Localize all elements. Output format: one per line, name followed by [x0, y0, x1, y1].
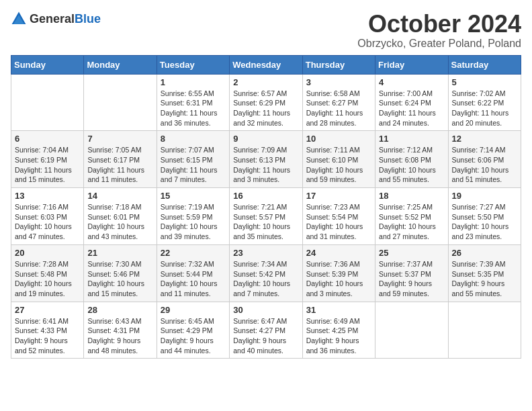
calendar-day-cell: 8Sunrise: 7:07 AMSunset: 6:15 PMDaylight… [157, 131, 229, 188]
day-info: Sunrise: 7:05 AMSunset: 6:17 PMDaylight:… [87, 145, 152, 185]
calendar-header-cell: Saturday [448, 55, 521, 74]
calendar-day-cell: 27Sunrise: 6:41 AMSunset: 4:33 PMDayligh… [11, 302, 84, 359]
calendar-day-cell: 17Sunrise: 7:23 AMSunset: 5:54 PMDayligh… [302, 188, 375, 245]
calendar-day-cell [375, 302, 448, 359]
day-info: Sunrise: 6:47 AMSunset: 4:27 PMDaylight:… [233, 316, 298, 356]
logo-general: General [30, 12, 75, 26]
calendar-day-cell: 25Sunrise: 7:37 AMSunset: 5:37 PMDayligh… [375, 244, 448, 302]
day-info: Sunrise: 6:55 AMSunset: 6:31 PMDaylight:… [161, 89, 226, 128]
calendar-header-cell: Tuesday [157, 55, 229, 74]
calendar-day-cell: 4Sunrise: 7:00 AMSunset: 6:24 PMDaylight… [375, 74, 448, 131]
calendar-day-cell: 28Sunrise: 6:43 AMSunset: 4:31 PMDayligh… [84, 302, 157, 359]
calendar-header-cell: Friday [375, 55, 448, 74]
day-number: 14 [87, 191, 152, 201]
calendar-day-cell: 7Sunrise: 7:05 AMSunset: 6:17 PMDaylight… [84, 131, 157, 188]
calendar-week-row: 1Sunrise: 6:55 AMSunset: 6:31 PMDaylight… [11, 74, 521, 131]
day-info: Sunrise: 6:58 AMSunset: 6:27 PMDaylight:… [306, 89, 371, 128]
day-number: 4 [379, 77, 444, 87]
calendar-day-cell: 10Sunrise: 7:11 AMSunset: 6:10 PMDayligh… [302, 131, 375, 188]
calendar-body: 1Sunrise: 6:55 AMSunset: 6:31 PMDaylight… [11, 74, 521, 359]
day-info: Sunrise: 7:09 AMSunset: 6:13 PMDaylight:… [233, 145, 298, 185]
day-number: 17 [306, 191, 371, 201]
day-info: Sunrise: 7:34 AMSunset: 5:42 PMDaylight:… [233, 259, 298, 299]
calendar-day-cell: 18Sunrise: 7:25 AMSunset: 5:52 PMDayligh… [375, 188, 448, 245]
calendar-header-cell: Monday [84, 55, 157, 74]
calendar-day-cell [84, 74, 157, 131]
calendar-header-row: SundayMondayTuesdayWednesdayThursdayFrid… [11, 55, 521, 74]
day-number: 30 [233, 305, 298, 315]
calendar-day-cell: 22Sunrise: 7:32 AMSunset: 5:44 PMDayligh… [157, 244, 229, 302]
calendar-header-cell: Wednesday [230, 55, 302, 74]
day-info: Sunrise: 6:45 AMSunset: 4:29 PMDaylight:… [161, 316, 226, 356]
calendar-day-cell: 31Sunrise: 6:49 AMSunset: 4:25 PMDayligh… [302, 302, 375, 359]
logo: GeneralBlue [11, 11, 101, 27]
day-number: 25 [379, 248, 444, 258]
day-info: Sunrise: 7:19 AMSunset: 5:59 PMDaylight:… [161, 202, 226, 242]
day-info: Sunrise: 7:00 AMSunset: 6:24 PMDaylight:… [379, 89, 444, 128]
day-number: 8 [161, 134, 226, 144]
day-number: 22 [161, 248, 226, 258]
calendar-day-cell: 16Sunrise: 7:21 AMSunset: 5:57 PMDayligh… [230, 188, 302, 245]
month-title: October 2024 [357, 11, 521, 38]
day-number: 3 [306, 77, 371, 87]
calendar-day-cell: 5Sunrise: 7:02 AMSunset: 6:22 PMDaylight… [448, 74, 521, 131]
day-number: 28 [87, 305, 152, 315]
calendar-header-cell: Sunday [11, 55, 84, 74]
calendar-day-cell: 11Sunrise: 7:12 AMSunset: 6:08 PMDayligh… [375, 131, 448, 188]
day-number: 23 [233, 248, 298, 258]
day-info: Sunrise: 7:02 AMSunset: 6:22 PMDaylight:… [452, 89, 517, 128]
day-info: Sunrise: 7:28 AMSunset: 5:48 PMDaylight:… [15, 259, 80, 299]
day-info: Sunrise: 7:32 AMSunset: 5:44 PMDaylight:… [161, 259, 226, 299]
day-info: Sunrise: 7:21 AMSunset: 5:57 PMDaylight:… [233, 202, 298, 242]
day-number: 19 [452, 191, 517, 201]
calendar-day-cell: 2Sunrise: 6:57 AMSunset: 6:29 PMDaylight… [230, 74, 302, 131]
day-info: Sunrise: 6:57 AMSunset: 6:29 PMDaylight:… [233, 89, 298, 128]
day-number: 1 [161, 77, 226, 87]
day-number: 6 [15, 134, 80, 144]
day-number: 27 [15, 305, 80, 315]
day-info: Sunrise: 7:27 AMSunset: 5:50 PMDaylight:… [452, 202, 517, 242]
day-number: 26 [452, 248, 517, 258]
calendar-week-row: 6Sunrise: 7:04 AMSunset: 6:19 PMDaylight… [11, 131, 521, 188]
header: GeneralBlue October 2024 Obrzycko, Great… [11, 11, 521, 50]
day-number: 7 [87, 134, 152, 144]
day-info: Sunrise: 7:07 AMSunset: 6:15 PMDaylight:… [161, 145, 226, 185]
day-number: 2 [233, 77, 298, 87]
day-info: Sunrise: 7:30 AMSunset: 5:46 PMDaylight:… [87, 259, 152, 299]
day-number: 29 [161, 305, 226, 315]
day-info: Sunrise: 7:14 AMSunset: 6:06 PMDaylight:… [452, 145, 517, 185]
calendar-week-row: 27Sunrise: 6:41 AMSunset: 4:33 PMDayligh… [11, 302, 521, 359]
logo-blue: Blue [75, 12, 101, 26]
calendar-week-row: 20Sunrise: 7:28 AMSunset: 5:48 PMDayligh… [11, 244, 521, 302]
day-number: 12 [452, 134, 517, 144]
day-info: Sunrise: 7:16 AMSunset: 6:03 PMDaylight:… [15, 202, 80, 242]
day-number: 5 [452, 77, 517, 87]
location-title: Obrzycko, Greater Poland, Poland [357, 38, 521, 50]
day-number: 15 [161, 191, 226, 201]
day-info: Sunrise: 7:04 AMSunset: 6:19 PMDaylight:… [15, 145, 80, 185]
calendar-week-row: 13Sunrise: 7:16 AMSunset: 6:03 PMDayligh… [11, 188, 521, 245]
logo-icon [11, 11, 27, 27]
calendar-day-cell: 26Sunrise: 7:39 AMSunset: 5:35 PMDayligh… [448, 244, 521, 302]
day-number: 16 [233, 191, 298, 201]
calendar-day-cell: 20Sunrise: 7:28 AMSunset: 5:48 PMDayligh… [11, 244, 84, 302]
day-number: 11 [379, 134, 444, 144]
calendar-day-cell: 19Sunrise: 7:27 AMSunset: 5:50 PMDayligh… [448, 188, 521, 245]
day-info: Sunrise: 6:41 AMSunset: 4:33 PMDaylight:… [15, 316, 80, 356]
day-info: Sunrise: 7:12 AMSunset: 6:08 PMDaylight:… [379, 145, 444, 185]
day-number: 18 [379, 191, 444, 201]
calendar-day-cell: 9Sunrise: 7:09 AMSunset: 6:13 PMDaylight… [230, 131, 302, 188]
calendar-day-cell: 13Sunrise: 7:16 AMSunset: 6:03 PMDayligh… [11, 188, 84, 245]
calendar-day-cell: 23Sunrise: 7:34 AMSunset: 5:42 PMDayligh… [230, 244, 302, 302]
day-info: Sunrise: 7:11 AMSunset: 6:10 PMDaylight:… [306, 145, 371, 185]
calendar-day-cell: 30Sunrise: 6:47 AMSunset: 4:27 PMDayligh… [230, 302, 302, 359]
day-number: 9 [233, 134, 298, 144]
day-info: Sunrise: 7:36 AMSunset: 5:39 PMDaylight:… [306, 259, 371, 299]
day-info: Sunrise: 6:43 AMSunset: 4:31 PMDaylight:… [87, 316, 152, 356]
calendar-day-cell: 6Sunrise: 7:04 AMSunset: 6:19 PMDaylight… [11, 131, 84, 188]
day-number: 10 [306, 134, 371, 144]
calendar-day-cell [11, 74, 84, 131]
calendar-day-cell: 3Sunrise: 6:58 AMSunset: 6:27 PMDaylight… [302, 74, 375, 131]
day-info: Sunrise: 7:37 AMSunset: 5:37 PMDaylight:… [379, 259, 444, 299]
calendar-day-cell [448, 302, 521, 359]
